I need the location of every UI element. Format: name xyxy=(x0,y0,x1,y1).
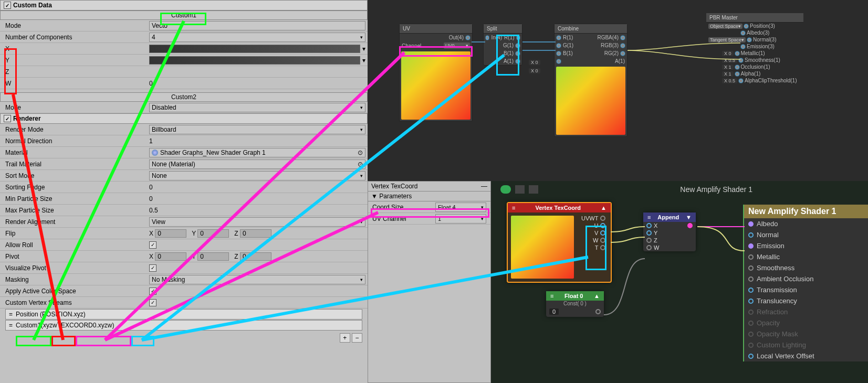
append-out-port[interactable] xyxy=(687,223,693,228)
split-in-port[interactable] xyxy=(486,36,489,40)
lvo-port[interactable] xyxy=(748,354,754,359)
uv-channel-dropdown[interactable]: 1▾ xyxy=(435,214,486,224)
masking-dropdown[interactable]: No Masking▾ xyxy=(149,275,365,284)
append-w-port[interactable] xyxy=(646,245,652,250)
pbr-alpha-port[interactable] xyxy=(735,72,739,76)
flip-x-field[interactable]: 0 xyxy=(155,229,186,238)
render-align-dropdown[interactable]: View▾ xyxy=(149,217,365,227)
stream-custom1[interactable]: = Custom1 (xyzw TEXCOORD0.xyzw) xyxy=(5,320,362,331)
flip-y-field[interactable]: 0 xyxy=(197,229,229,238)
combine-a-in[interactable] xyxy=(557,59,561,63)
coord-size-dropdown[interactable]: Float 4▾ xyxy=(435,203,486,212)
pbr-emission-port[interactable] xyxy=(741,45,745,49)
w-port[interactable] xyxy=(600,238,605,243)
viz-pivot-checkbox[interactable]: ✓ xyxy=(149,264,156,272)
max-ps-value[interactable]: 0.5 xyxy=(149,207,365,214)
t-port[interactable] xyxy=(600,245,605,250)
sort-mode-dropdown[interactable]: None▾ xyxy=(149,171,365,180)
hamburger-icon[interactable]: ≡ xyxy=(512,205,515,211)
color-space-checkbox[interactable]: ✓ xyxy=(149,288,156,295)
normal-dir-value[interactable]: 1 xyxy=(149,137,365,145)
append-y-port[interactable] xyxy=(646,230,652,236)
stream-position[interactable]: = Position (POSITION.xyz) xyxy=(5,309,362,320)
vtc-node[interactable]: ≡ Vertex TexCoord ▲ UVWT U V W T xyxy=(507,202,612,283)
pivot-x-field[interactable]: 0 xyxy=(155,252,186,261)
translucency-port[interactable] xyxy=(748,299,754,304)
allow-roll-checkbox[interactable]: ✓ xyxy=(149,241,156,249)
uv-channel-dropdown[interactable]: UV0▾ xyxy=(444,42,470,49)
object-picker-icon[interactable]: ⊙ xyxy=(358,161,363,168)
combine-b-default[interactable]: X 0 xyxy=(529,59,540,65)
x-menu-icon[interactable]: ▾ xyxy=(362,45,365,52)
combine-g-in[interactable] xyxy=(557,44,561,48)
append-x-port[interactable] xyxy=(646,223,652,228)
float-out-port[interactable] xyxy=(595,309,601,314)
custom-data-header[interactable]: ✓ Custom Data xyxy=(0,0,368,10)
sort-fudge-value[interactable]: 0 xyxy=(149,184,365,191)
combine-rgb-out[interactable] xyxy=(621,44,625,48)
pivot-z-field[interactable]: 0 xyxy=(240,252,271,261)
mode2-dropdown[interactable]: Disabled▾ xyxy=(149,103,365,112)
split-node[interactable]: Split In(4)R(1) G(1) B(1) A(1) xyxy=(483,24,522,66)
split-a-port[interactable] xyxy=(516,59,520,63)
amplify-canvas[interactable]: New Amplify Shader 1 ≡ Vertex TexCoord ▲… xyxy=(491,181,868,383)
combine-rg-out[interactable] xyxy=(621,51,625,56)
min-ps-value[interactable]: 0 xyxy=(149,195,365,203)
pbr-master-node[interactable]: PBR Master Object Space ▾Position(3) Alb… xyxy=(706,13,803,84)
split-b-port[interactable] xyxy=(516,51,520,56)
v-port[interactable] xyxy=(600,230,605,236)
collapse-icon[interactable]: ▲ xyxy=(594,293,600,299)
collapse-icon[interactable]: ▲ xyxy=(601,205,606,211)
split-g-port[interactable] xyxy=(516,44,520,48)
pbr-smoothness-port[interactable] xyxy=(739,58,743,62)
shadergraph-canvas[interactable]: UV Out(4) ChannelUV0▾ Split In(4)R(1) G(… xyxy=(368,0,868,181)
pbr-normal-port[interactable] xyxy=(747,38,751,42)
obj-space-dropdown[interactable]: Object Space ▾ xyxy=(708,24,742,29)
float-value-field[interactable]: 0 xyxy=(549,308,559,315)
pbr-position-port[interactable] xyxy=(744,24,748,28)
append-z-port[interactable] xyxy=(646,238,652,243)
hamburger-icon[interactable]: ≡ xyxy=(647,214,651,220)
renderer-header[interactable]: ✓ Renderer xyxy=(0,113,368,124)
albedo-port[interactable] xyxy=(748,221,754,227)
add-stream-button[interactable]: + xyxy=(340,333,350,343)
remove-stream-button[interactable]: − xyxy=(352,333,362,343)
y-menu-icon[interactable]: ▾ xyxy=(362,57,365,64)
object-picker-icon[interactable]: ⊙ xyxy=(358,149,363,156)
ao-port[interactable] xyxy=(748,276,754,282)
toggle-live-icon[interactable] xyxy=(500,185,511,194)
w-value[interactable]: 0 xyxy=(149,80,365,87)
params-foldout[interactable]: ▼ Parameters xyxy=(368,192,490,201)
pbr-clip-port[interactable] xyxy=(739,79,743,83)
pbr-metallic-port[interactable] xyxy=(735,51,739,56)
mode-dropdown[interactable]: Vecto xyxy=(149,21,365,30)
render-mode-dropdown[interactable]: Billboard▾ xyxy=(149,125,365,134)
trail-mat-field[interactable]: None (Material)⊙ xyxy=(149,159,365,169)
material-field[interactable]: Shader Graphs_New Shader Graph 1⊙ xyxy=(149,148,365,157)
toolbar-icon-1[interactable] xyxy=(515,185,525,194)
minimize-icon[interactable]: — xyxy=(481,183,487,190)
metallic-port[interactable] xyxy=(748,254,754,260)
toolbar-icon-2[interactable] xyxy=(529,185,538,194)
x-slider[interactable] xyxy=(149,45,360,53)
combine-a-default[interactable]: X 0 xyxy=(529,68,540,73)
normal-port[interactable] xyxy=(748,232,754,238)
uv-out-port[interactable] xyxy=(466,36,470,40)
uvwt-port[interactable] xyxy=(600,216,605,221)
custom-data-checkbox[interactable]: ✓ xyxy=(4,2,11,9)
collapse-icon[interactable]: ▼ xyxy=(686,214,692,220)
renderer-checkbox[interactable]: ✓ xyxy=(4,115,11,122)
pbr-albedo-port[interactable] xyxy=(741,31,745,35)
smoothness-port[interactable] xyxy=(748,265,754,271)
split-r-port[interactable] xyxy=(517,36,520,40)
tan-space-dropdown[interactable]: Tangent Space ▾ xyxy=(708,37,746,42)
uv-node[interactable]: UV Out(4) ChannelUV0▾ xyxy=(399,24,473,122)
pivot-y-field[interactable]: 0 xyxy=(197,252,229,261)
combine-r-in[interactable] xyxy=(557,36,561,40)
streams-checkbox[interactable]: ✓ xyxy=(149,299,156,306)
amplify-output-node[interactable]: New Amplify Shader 1 Albedo Normal Emiss… xyxy=(743,205,868,361)
combine-b-in[interactable] xyxy=(557,51,561,56)
append-node[interactable]: ≡ Append ▼ X Y Z W xyxy=(643,212,696,251)
trans-port[interactable] xyxy=(748,288,754,293)
combine-rgba-out[interactable] xyxy=(621,36,625,40)
